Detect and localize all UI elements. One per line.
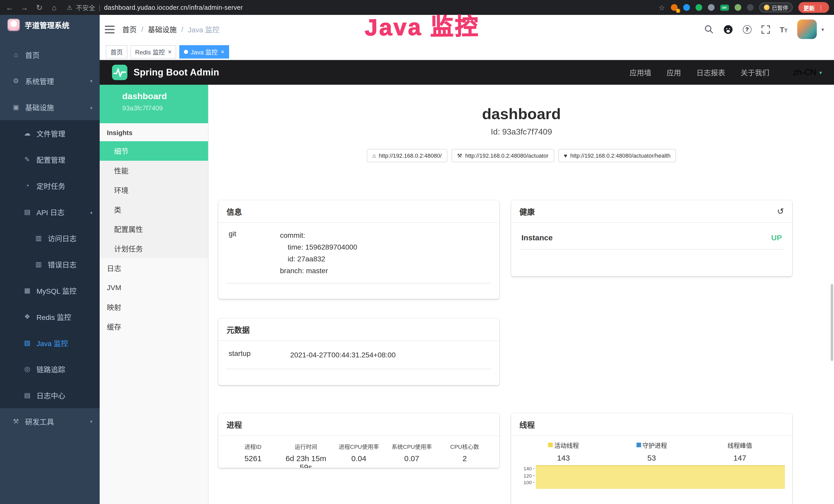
breadcrumb-item[interactable]: 首页: [122, 24, 137, 35]
hamburger-icon[interactable]: [105, 25, 114, 33]
threads-legend-item: 守护进程53: [608, 441, 696, 462]
heart-icon: ♥: [564, 153, 567, 159]
breadcrumb: 首页/基础设施/Java 监控: [122, 24, 220, 35]
extension-leaf-icon[interactable]: [734, 4, 741, 11]
instance-menu-metrics[interactable]: 性能: [100, 161, 208, 180]
threads-legend-value: 143: [519, 453, 608, 462]
metadata-startup-value: 2021-04-27T00:44:31.254+08:00: [290, 349, 489, 361]
fullscreen-icon[interactable]: [761, 25, 770, 33]
close-icon[interactable]: ×: [168, 48, 172, 55]
instance-menu-logs[interactable]: 日志: [100, 258, 208, 278]
instance-menu-scheduled-tasks[interactable]: 计划任务: [100, 239, 208, 258]
extension-on-badge-icon[interactable]: on: [720, 4, 729, 10]
monitor-icon: ▧: [23, 339, 32, 347]
history-icon[interactable]: ↺: [777, 206, 784, 216]
sidebar-item-log-center[interactable]: ▤日志中心: [0, 382, 100, 408]
instance-header[interactable]: dashboard 93a3fc7f7409: [100, 85, 208, 123]
browser-toolbar-right: ☆ 1on 已暂停 更新 ⋮: [659, 2, 829, 13]
sidebar-item-error-logs[interactable]: ▥错误日志: [0, 251, 100, 277]
sidebar-item-config-management[interactable]: ✎配置管理: [0, 146, 100, 173]
user-avatar[interactable]: [797, 20, 817, 39]
instance-menu-config-properties[interactable]: 配置属性: [100, 219, 208, 239]
sidebar-item-trace[interactable]: ◎链路追踪: [0, 356, 100, 382]
font-size-icon[interactable]: TT: [780, 25, 788, 33]
sidebar-item-mysql-monitor[interactable]: ▦MySQL 监控: [0, 277, 100, 303]
sidebar-item-dev-tools[interactable]: ⚒研发工具▾: [0, 408, 100, 434]
sidebar-item-api-logs[interactable]: ▤API 日志▴: [0, 199, 100, 225]
paused-badge[interactable]: 已暂停: [759, 3, 793, 12]
gear-icon: ⚙: [11, 77, 21, 85]
tab-home[interactable]: 首页: [106, 45, 127, 58]
sba-nav-wallboard[interactable]: 应用墙: [630, 67, 651, 77]
sidebar-item-infrastructure[interactable]: ▣基础设施▴: [0, 94, 100, 120]
instance-link[interactable]: ♥http://192.168.0.2:48080/actuator/healt…: [558, 149, 676, 162]
update-button[interactable]: 更新 ⋮: [798, 2, 829, 13]
process-stat-value: 0.07: [385, 454, 438, 463]
sidebar-item-label: 基础设施: [25, 102, 54, 112]
sidebar-item-java-monitor[interactable]: ▧Java 监控: [0, 330, 100, 356]
sba-nav-applications[interactable]: 应用: [666, 67, 681, 77]
sba-header: Spring Boot Admin 应用墙应用日志报表关于我们 zh-CN ▾: [100, 60, 834, 85]
back-icon[interactable]: ←: [5, 3, 14, 12]
tab-java-monitor[interactable]: Java 监控×: [179, 45, 229, 58]
health-card: 健康 ↺ Instance UP: [511, 200, 792, 276]
timer-icon: ◔: [23, 182, 32, 189]
github-icon[interactable]: [723, 24, 733, 34]
search-icon[interactable]: [704, 25, 713, 34]
tab-redis-monitor[interactable]: Redis 监控×: [130, 45, 176, 58]
breadcrumb-item[interactable]: 基础设施: [148, 24, 177, 35]
avatar-caret-icon[interactable]: ▾: [821, 26, 824, 32]
home-icon[interactable]: ⌂: [50, 3, 59, 12]
tab-label: Java 监控: [191, 47, 218, 56]
instance-menu-details[interactable]: 细节: [100, 141, 208, 161]
process-stats-row: 进程ID5261运行时间6d 23h 15m 59s进程CPU使用率0.04系统…: [226, 436, 491, 468]
sidebar-item-redis-monitor[interactable]: ❖Redis 监控: [0, 303, 100, 330]
sidebar-item-home[interactable]: ⌂首页: [0, 42, 100, 68]
extension-green-circle-icon[interactable]: [695, 4, 702, 11]
log-file-icon: ▥: [34, 234, 43, 242]
breadcrumb-separator: /: [141, 25, 143, 33]
process-stat-value: 0.04: [332, 454, 385, 463]
locale-select[interactable]: zh-CN ▾: [793, 68, 822, 77]
scrollbar[interactable]: [831, 284, 833, 361]
close-icon[interactable]: ×: [221, 48, 224, 55]
extension-drop-icon[interactable]: [683, 4, 690, 11]
insights-section-label: Insights: [100, 123, 208, 141]
breadcrumb-separator: /: [181, 25, 183, 33]
sba-nav-about[interactable]: 关于我们: [741, 67, 769, 77]
instance-link[interactable]: ⌂http://192.168.0.2:48080/: [367, 149, 447, 162]
browser-menu-icon[interactable]: ⋮: [818, 4, 824, 11]
help-icon[interactable]: ?: [743, 25, 751, 33]
chevron-up-icon: ▴: [90, 105, 92, 110]
instance-menu-caches[interactable]: 缓存: [100, 317, 208, 336]
sba-nav-journal[interactable]: 日志报表: [696, 67, 725, 77]
sidebar-item-access-logs[interactable]: ▥访问日志: [0, 225, 100, 251]
bookmark-star-icon[interactable]: ☆: [659, 3, 665, 12]
legend-color-icon: [636, 443, 641, 447]
extension-badge: 1: [676, 9, 680, 13]
eye-icon: ◎: [23, 365, 32, 373]
chevron-down-icon: ▾: [90, 419, 92, 424]
extension-grid-icon[interactable]: [708, 4, 714, 11]
extension-orange-icon[interactable]: 1: [671, 4, 677, 11]
instance-link[interactable]: ⚒http://192.168.0.2:48080/actuator: [451, 149, 554, 162]
forward-icon[interactable]: →: [20, 3, 29, 12]
metadata-startup-label: startup: [228, 349, 290, 361]
sidebar-item-label: 配置管理: [37, 154, 65, 165]
y-tick: 120: [524, 473, 535, 478]
address-bar[interactable]: ⚠ 不安全 | dashboard.yudao.iocoder.cn/infra…: [67, 3, 243, 12]
annotation-java-monitor: Java 监控: [365, 8, 480, 42]
sidebar-item-scheduled-jobs[interactable]: ◔定时任务: [0, 173, 100, 199]
instance-menu-classes[interactable]: 类: [100, 200, 208, 219]
reload-icon[interactable]: ↻: [35, 3, 44, 12]
infrastructure-icon: ▣: [11, 103, 21, 111]
extension-puzzle-icon[interactable]: [747, 4, 753, 11]
instance-links: ⌂http://192.168.0.2:48080/⚒http://192.16…: [208, 149, 834, 162]
sidebar-item-system-management[interactable]: ⚙系统管理▾: [0, 68, 100, 94]
instance-menu-environment[interactable]: 环境: [100, 180, 208, 200]
instance-menu-mappings[interactable]: 映射: [100, 297, 208, 317]
sidebar-item-file-management[interactable]: ☁文件管理: [0, 120, 100, 146]
instance-menu-jvm[interactable]: JVM: [100, 278, 208, 297]
threads-legend-item: 活动线程143: [519, 441, 608, 462]
log-file-icon: ▥: [34, 260, 43, 268]
